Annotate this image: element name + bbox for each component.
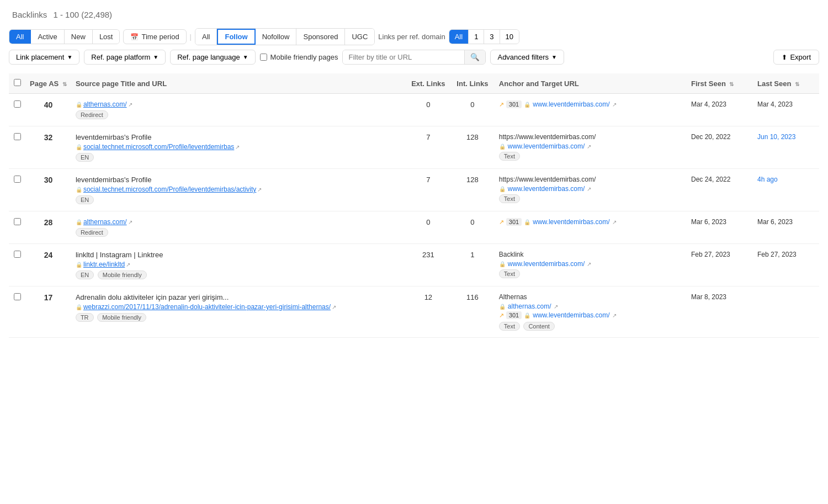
source-url-link[interactable]: webrazzi.com/2017/11/13/adrenalin-dolu-a… <box>83 303 331 311</box>
lang-badge: TR <box>76 313 94 322</box>
external-link-icon: ↗ <box>128 102 132 108</box>
ext-links-cell: 231 <box>406 244 450 287</box>
table-row: 28 🔒 althernas.com/ ↗ Redirect 0 0 <box>9 211 819 244</box>
anchor-type-badge: Text <box>499 152 520 161</box>
col-header-page-as[interactable]: Page AS ⇅ <box>25 73 71 94</box>
last-seen-cell: Jun 10, 2023 <box>753 126 819 169</box>
row-checkbox[interactable] <box>14 251 21 258</box>
sort-icon-page-as: ⇅ <box>62 81 67 87</box>
page-as-cell: 40 <box>25 94 71 126</box>
count-text: 1 - 100 (22,498) <box>53 10 112 19</box>
redirect-code: 301 <box>506 100 522 108</box>
ref-page-platform-button[interactable]: Ref. page platform ▼ <box>84 50 166 65</box>
target-url-link[interactable]: althernas.com/ <box>508 303 551 310</box>
external-link-icon: ↗ <box>554 304 558 310</box>
source-cell: leventdemirbas's Profile 🔒 social.techne… <box>71 169 406 211</box>
lock-icon: 🔒 <box>76 304 82 310</box>
redirect-arrow-icon: ↗ <box>499 312 504 319</box>
external-link-icon: ↗ <box>587 261 591 267</box>
status-lost-button[interactable]: Lost <box>93 30 120 44</box>
mobile-friendly-checkbox-label[interactable]: Mobile friendly pages <box>260 53 338 61</box>
export-icon: ⬆ <box>782 54 787 61</box>
anchor-text: https://www.leventdemirbas.com/ <box>499 176 682 183</box>
link-type-follow-button[interactable]: Follow <box>217 29 255 45</box>
mobile-friendly-label: Mobile friendly pages <box>270 53 338 61</box>
separator: | <box>190 33 192 41</box>
source-url-link[interactable]: althernas.com/ <box>83 218 127 226</box>
time-period-button[interactable]: 📅 Time period <box>123 29 186 44</box>
anchor-type-badge: Text <box>499 194 520 203</box>
status-active-button[interactable]: Active <box>31 30 64 44</box>
lpd-3-button[interactable]: 3 <box>484 30 500 44</box>
calendar-icon: 📅 <box>130 33 139 41</box>
external-link-icon: ↗ <box>612 219 617 225</box>
search-button[interactable]: 🔍 <box>464 50 485 64</box>
source-cell: Adrenalin dolu aktiviteler için pazar ye… <box>71 287 406 338</box>
source-cell: linkltd | Instagram | Linktree 🔒 linktr.… <box>71 244 406 287</box>
source-url-link[interactable]: social.technet.microsoft.com/Profile/lev… <box>83 185 256 193</box>
col-header-first-seen[interactable]: First Seen ⇅ <box>687 73 753 94</box>
link-type-all-button[interactable]: All <box>195 29 217 45</box>
anchor-text: Backlink <box>499 251 682 258</box>
search-input[interactable] <box>343 50 464 64</box>
anchor-cell: https://www.leventdemirbas.com/ 🔒 www.le… <box>495 169 687 211</box>
source-url-link[interactable]: social.technet.microsoft.com/Profile/lev… <box>83 143 234 151</box>
external-link-icon: ↗ <box>128 219 132 225</box>
table-row: 24 linkltd | Instagram | Linktree 🔒 link… <box>9 244 819 287</box>
status-new-button[interactable]: New <box>65 30 93 44</box>
col-header-last-seen[interactable]: Last Seen ⇅ <box>753 73 819 94</box>
int-links-cell: 0 <box>450 211 495 244</box>
page-as-value: 24 <box>44 251 53 259</box>
target-url-link[interactable]: www.leventdemirbas.com/ <box>533 100 609 108</box>
last-seen-cell: 4h ago <box>753 169 819 211</box>
advanced-filters-button[interactable]: Advanced filters ▼ <box>490 50 564 65</box>
table-row: 40 🔒 althernas.com/ ↗ Redirect 0 0 <box>9 94 819 126</box>
link-type-group: All Follow Nofollow Sponsored UGC <box>195 28 375 45</box>
target-url-link[interactable]: www.leventdemirbas.com/ <box>508 260 585 268</box>
table-row: 17 Adrenalin dolu aktiviteler için pazar… <box>9 287 819 338</box>
sort-icon-last: ⇅ <box>795 81 799 87</box>
export-button[interactable]: ⬆ Export <box>773 50 819 65</box>
source-url-link[interactable]: althernas.com/ <box>83 100 127 108</box>
link-placement-button[interactable]: Link placement ▼ <box>9 50 79 65</box>
link-type-sponsored-button[interactable]: Sponsored <box>296 29 345 45</box>
mobile-friendly-checkbox[interactable] <box>260 54 267 61</box>
int-links-cell: 128 <box>450 169 495 211</box>
title-text: Backlinks <box>12 10 47 19</box>
col-header-source: Source page Title and URL <box>71 73 406 94</box>
page-as-value: 32 <box>44 133 53 142</box>
source-title: leventdemirbas's Profile <box>76 176 402 184</box>
row-checkbox[interactable] <box>14 100 21 108</box>
row-checkbox[interactable] <box>14 218 21 225</box>
first-seen-cell: Mar 6, 2023 <box>687 211 753 244</box>
lpd-1-button[interactable]: 1 <box>469 30 484 44</box>
row-checkbox[interactable] <box>14 133 21 140</box>
ext-links-cell: 0 <box>406 94 450 126</box>
int-links-cell: 0 <box>450 94 495 126</box>
source-url-link[interactable]: linktr.ee/linkltd <box>83 261 125 268</box>
lock-icon: 🔒 <box>524 102 530 108</box>
target-url-link[interactable]: www.leventdemirbas.com/ <box>508 142 585 150</box>
source-title: linkltd | Instagram | Linktree <box>76 251 402 259</box>
row-checkbox[interactable] <box>14 176 21 183</box>
lock-icon: 🔒 <box>76 102 82 108</box>
last-seen-cell: Mar 6, 2023 <box>753 211 819 244</box>
export-label: Export <box>790 53 811 61</box>
select-all-checkbox[interactable] <box>14 79 21 86</box>
status-all-button[interactable]: All <box>9 30 31 44</box>
redirect-badge: Redirect <box>76 110 108 119</box>
target-url2-link[interactable]: www.leventdemirbas.com/ <box>533 311 609 319</box>
link-type-ugc-button[interactable]: UGC <box>345 29 374 45</box>
source-cell: 🔒 althernas.com/ ↗ Redirect <box>71 211 406 244</box>
lang-badge: EN <box>76 270 94 279</box>
lock-icon: 🔒 <box>499 261 506 267</box>
source-cell: 🔒 althernas.com/ ↗ Redirect <box>71 94 406 126</box>
lpd-all-button[interactable]: All <box>449 30 469 44</box>
ref-page-language-button[interactable]: Ref. page language ▼ <box>170 50 255 65</box>
target-url-link[interactable]: www.leventdemirbas.com/ <box>533 218 609 226</box>
target-url-link[interactable]: www.leventdemirbas.com/ <box>508 185 585 193</box>
link-type-nofollow-button[interactable]: Nofollow <box>256 29 297 45</box>
row-checkbox[interactable] <box>14 293 21 300</box>
lpd-10-button[interactable]: 10 <box>500 30 519 44</box>
source-title: Adrenalin dolu aktiviteler için pazar ye… <box>76 293 402 301</box>
